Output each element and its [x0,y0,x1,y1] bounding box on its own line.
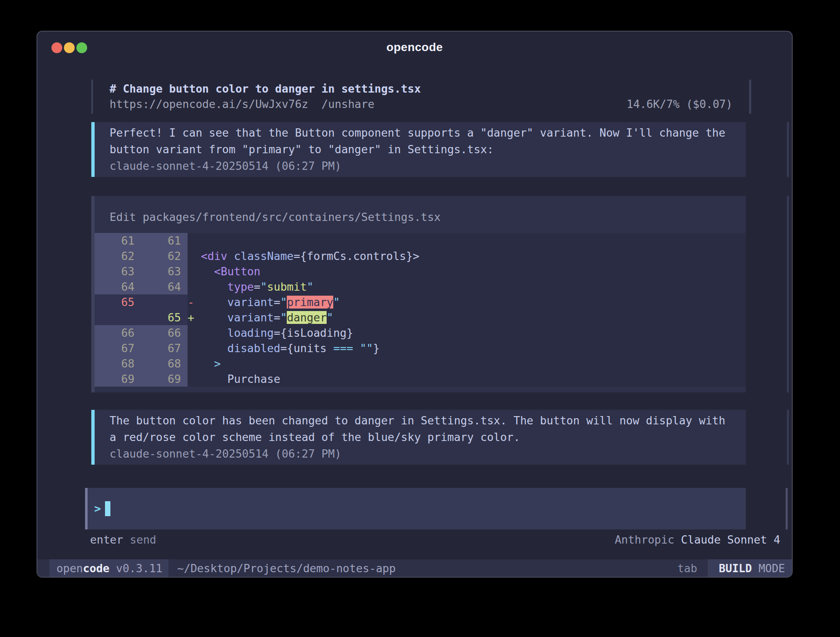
status-bar: opencode v0.3.11 ~/Desktop/Projects/demo… [37,559,792,577]
edit-right-border [787,196,789,392]
diff-new-line-number: 65 [141,310,188,325]
diff-row: 6969 Purchase [95,371,746,387]
diff-row: 6161 [95,233,746,248]
diff-code-line: - variant="primary" [188,294,746,310]
diff-old-line-number [95,310,141,325]
diff-code-line: > [188,356,746,371]
diff-new-line-number: 64 [141,279,188,294]
diff-row: 6767 disabled={units === ""} [95,341,746,356]
model-indicator[interactable]: Anthropic Claude Sonnet 4 [615,533,780,546]
context-usage: 14.6K/7% ($0.07) [627,96,733,112]
diff-code-line: loading={isLoading} [188,325,746,341]
diff-row: 65- variant="primary" [95,294,746,310]
diff-new-line-number [141,294,188,310]
diff-new-line-number: 66 [141,325,188,341]
diff-code-line [188,233,746,248]
diff-new-line-number: 68 [141,356,188,371]
message-line: The button color has been changed to dan… [110,412,746,429]
message-line: button variant from "primary" to "danger… [110,141,746,158]
window-title: opencode [37,41,792,54]
diff-row: 6262 <div className={formCs.controls}> [95,248,746,264]
diff-old-line-number: 66 [95,325,141,341]
diff-code-line: disabled={units === ""} [188,341,746,356]
edit-tool-block: Edit packages/frontend/src/containers/Se… [91,196,746,392]
diff-old-line-number: 64 [95,279,141,294]
mode-indicator[interactable]: BUILD MODE [710,559,792,577]
footer-hints: enter send Anthropic Claude Sonnet 4 [90,533,780,546]
message-line: a red/rose color scheme instead of the b… [110,429,746,446]
diff-new-line-number: 62 [141,248,188,264]
diff-code-line: Purchase [188,371,746,387]
app-version-chip: opencode v0.3.11 [49,559,168,577]
working-directory: ~/Desktop/Projects/demo-notes-app [177,559,396,577]
diff-old-line-number: 68 [95,356,141,371]
share-url[interactable]: https://opencode.ai/s/UwJxv76z [110,98,308,110]
message-right-border [787,122,789,177]
diff-code-line: <Button [188,264,746,279]
titlebar: opencode [37,32,792,65]
tab-key-hint: tab [677,559,697,577]
session-header: # Change button color to danger in setti… [91,80,751,114]
diff-new-line-number: 69 [141,371,188,387]
assistant-message: The button color has been changed to dan… [91,410,746,465]
diff-old-line-number: 63 [95,264,141,279]
unshare-command: /unshare [322,98,375,110]
opencode-window: opencode # Change button color to danger… [37,31,793,578]
diff-row: 6666 loading={isLoading} [95,325,746,341]
session-title: # Change button color to danger in setti… [110,81,733,96]
diff-new-line-number: 63 [141,264,188,279]
diff-old-line-number: 65 [95,294,141,310]
diff-row: 6868 > [95,356,746,371]
diff-old-line-number: 67 [95,341,141,356]
edit-tool-title: Edit packages/frontend/src/containers/Se… [110,209,746,225]
session-share-line: https://opencode.ai/s/UwJxv76z /unshare [110,96,374,112]
diff-row: 65+ variant="danger" [95,310,746,325]
diff-row: 6464 type="submit" [95,279,746,294]
diff-old-line-number: 69 [95,371,141,387]
text-cursor [105,501,110,516]
assistant-message: Perfect! I can see that the Button compo… [91,122,746,177]
diff-new-line-number: 61 [141,233,188,248]
prompt-symbol: > [94,502,101,515]
input-right-border [786,488,788,529]
diff-old-line-number: 61 [95,233,141,248]
diff-view: 61616262 <div className={formCs.controls… [95,233,746,387]
diff-new-line-number: 67 [141,341,188,356]
send-hint: enter send [90,533,156,546]
message-line: Perfect! I can see that the Button compo… [110,125,746,141]
diff-old-line-number: 62 [95,248,141,264]
message-right-border [787,410,789,465]
message-meta: claude-sonnet-4-20250514 (06:27 PM) [110,158,746,174]
prompt-input[interactable]: > [85,488,746,529]
diff-row: 6363 <Button [95,264,746,279]
diff-code-line: <div className={formCs.controls}> [188,248,746,264]
diff-code-line: + variant="danger" [188,310,746,325]
diff-code-line: type="submit" [188,279,746,294]
message-meta: claude-sonnet-4-20250514 (06:27 PM) [110,446,746,462]
